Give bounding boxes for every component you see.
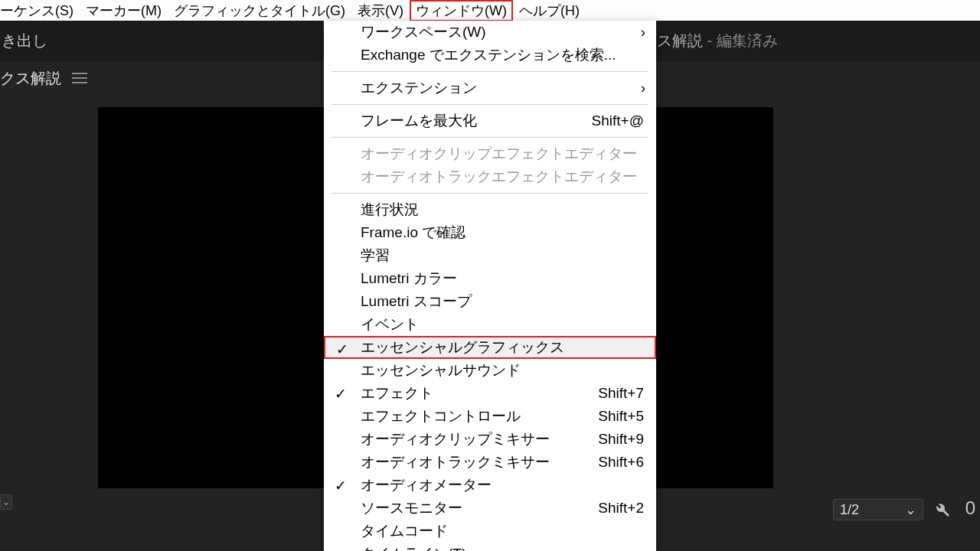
menu-item-label: オーディオクリップエフェクトエディター (361, 144, 637, 164)
chevron-down-icon: ⌄ (905, 501, 916, 518)
menu-item-label: フレームを最大化 (361, 111, 477, 131)
menu-item[interactable]: タイムコード (324, 520, 656, 543)
menu-item[interactable]: フレームを最大化Shift+@ (324, 109, 656, 132)
playback-resolution-dropdown[interactable]: 1/2 ⌄ (833, 499, 923, 520)
menu-separator (332, 137, 648, 138)
menu-item[interactable]: ワークスペース(W)› (324, 21, 656, 44)
menu-item[interactable]: タイムライン(T)› (324, 543, 656, 551)
menu-item-label: エフェクト (361, 383, 433, 403)
menu-shortcut: Shift+7 (598, 385, 645, 402)
menu-item-label: ワークスペース(W) (361, 22, 486, 42)
menu-marker[interactable]: マーカー(M) (80, 0, 168, 21)
menu-shortcut: Shift+@ (592, 112, 645, 129)
menu-item-label: Frame.io で確認 (361, 223, 466, 243)
panel-tab-label[interactable]: クス解説 (0, 68, 61, 89)
chevron-right-icon: › (641, 80, 645, 96)
menu-item-label: 進行状況 (361, 200, 419, 220)
menu-item[interactable]: イベント (324, 313, 656, 336)
program-monitor-title: ス解説 - 編集済み (657, 31, 778, 51)
menu-item[interactable]: 学習 (324, 244, 656, 267)
indicator-zero: 0 (965, 497, 975, 519)
menu-item[interactable]: 進行状況 (324, 198, 656, 221)
fit-dropdown[interactable]: ⌄ (0, 494, 12, 510)
menu-item[interactable]: Frame.io で確認 (324, 221, 656, 244)
menu-item: オーディオトラックエフェクトエディター (324, 165, 656, 188)
menu-item-label: Lumetri カラー (361, 269, 457, 289)
menu-item[interactable]: エッセンシャルサウンド (324, 359, 656, 382)
menu-item-label: オーディオトラックエフェクトエディター (361, 167, 637, 187)
menubar: ーケンス(S) マーカー(M) グラフィックとタイトル(G) 表示(V) ウィン… (0, 0, 980, 21)
panel-tab-row: クス解説 (0, 61, 87, 95)
menu-item-label: エッセンシャルグラフィックス (361, 337, 564, 357)
wrench-icon[interactable] (933, 500, 951, 519)
menu-item-label: 学習 (361, 246, 390, 266)
menu-item[interactable]: ソースモニターShift+2 (324, 497, 656, 520)
menu-item-label: ソースモニター (361, 498, 462, 518)
menu-separator (332, 71, 648, 72)
program-title-text: ス解説 (657, 32, 703, 49)
menu-item-label: オーディオトラックミキサー (361, 452, 550, 472)
menu-shortcut: Shift+2 (598, 500, 645, 517)
menu-separator (332, 104, 648, 105)
menu-shortcut: Shift+5 (598, 408, 645, 425)
menu-item-label: エクステンション (361, 78, 477, 98)
playback-resolution-value: 1/2 (840, 502, 859, 518)
menu-item[interactable]: Exchange でエクステンションを検索... (324, 44, 656, 67)
menu-item-label: タイムコード (361, 521, 448, 541)
menu-item[interactable]: エクステンション› (324, 77, 656, 99)
panel-menu-icon[interactable] (72, 73, 87, 83)
menu-item[interactable]: エフェクトコントロールShift+5 (324, 405, 656, 428)
menu-help[interactable]: ヘルプ(H) (513, 0, 586, 21)
menu-separator (332, 193, 648, 194)
check-icon: ✓ (335, 477, 348, 491)
menu-item: オーディオクリップエフェクトエディター (324, 142, 656, 165)
menu-item-label: イベント (361, 315, 419, 334)
menu-item[interactable]: オーディオトラックミキサーShift+6 (324, 451, 656, 474)
chevron-right-icon: › (641, 24, 645, 41)
menu-item-label: Lumetri スコープ (361, 292, 472, 311)
menu-item[interactable]: ✓エッセンシャルグラフィックス (324, 336, 656, 359)
workspace-tab-label[interactable]: き出し (2, 31, 47, 51)
window-menu-dropdown: ワークスペース(W)›Exchange でエクステンションを検索...エクステン… (324, 21, 656, 551)
menu-item-label: エッセンシャルサウンド (361, 360, 521, 380)
menu-item-label: オーディオクリップミキサー (361, 429, 550, 449)
menu-item[interactable]: Lumetri カラー (324, 267, 656, 290)
menu-item[interactable]: オーディオクリップミキサーShift+9 (324, 428, 656, 451)
menu-item[interactable]: Lumetri スコープ (324, 290, 656, 313)
menu-item-label: タイムライン(T) (361, 544, 466, 551)
menu-item-label: オーディオメーター (361, 475, 492, 495)
menu-item-label: エフェクトコントロール (361, 406, 521, 426)
menu-shortcut: Shift+9 (598, 431, 645, 448)
menu-view[interactable]: 表示(V) (351, 0, 410, 21)
menu-window[interactable]: ウィンドウ(W) (410, 0, 513, 21)
menu-shortcut: Shift+6 (598, 454, 645, 471)
check-icon: ✓ (336, 341, 350, 354)
menu-sequence[interactable]: ーケンス(S) (0, 0, 80, 21)
menu-item[interactable]: ✓エフェクトShift+7 (324, 382, 656, 405)
menu-item[interactable]: ✓オーディオメーター (324, 474, 656, 497)
chevron-right-icon: › (641, 546, 645, 551)
program-title-suffix: - 編集済み (703, 32, 778, 49)
menu-item-label: Exchange でエクステンションを検索... (361, 45, 616, 65)
check-icon: ✓ (335, 385, 348, 399)
menu-graphics[interactable]: グラフィックとタイトル(G) (168, 0, 351, 21)
